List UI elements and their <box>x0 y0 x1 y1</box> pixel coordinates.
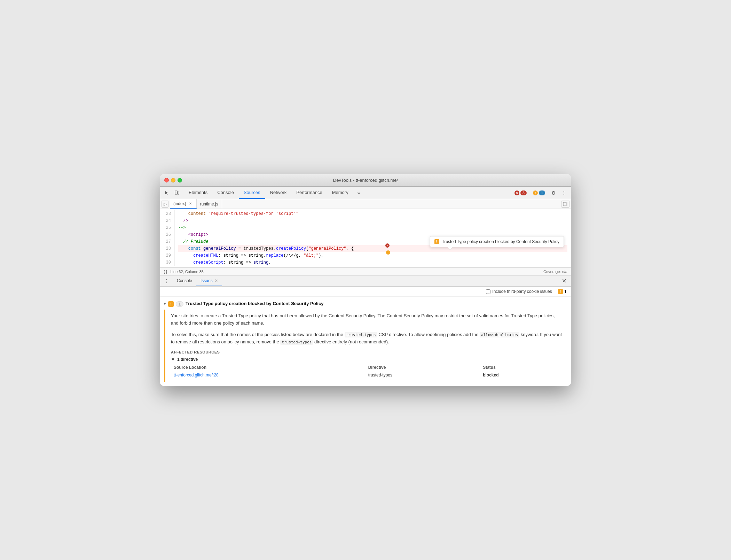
issue-type-icon: ! <box>168 301 174 307</box>
panel-tab-issues[interactable]: Issues ✕ <box>196 275 222 286</box>
resource-link[interactable]: tt-enforced.glitch.me/:28 <box>174 373 219 378</box>
main-tabs: Elements Console Sources Network Perform… <box>184 187 512 199</box>
code-area: 23 24 25 26 27 28 29 30 content="require… <box>160 209 571 267</box>
svg-rect-1 <box>178 192 179 194</box>
error-icon: ✕ <box>514 190 519 195</box>
minimize-button[interactable] <box>171 178 175 182</box>
directive-value: trusted-types <box>366 371 480 379</box>
issue-count: 1 <box>176 301 183 307</box>
error-indicator: ✕ <box>385 243 390 248</box>
code-trusted-types: trusted-types <box>345 332 377 337</box>
tab-sources[interactable]: Sources <box>239 187 265 199</box>
issue-row: ▼ ! 1 Trusted Type policy creation block… <box>160 300 571 308</box>
status-left: { } Line 62, Column 35 <box>164 270 543 274</box>
cursor-position: Line 62, Column 35 <box>170 270 203 274</box>
issues-warning-icon: ! <box>558 289 563 294</box>
warning-badge: 1 <box>539 190 545 195</box>
issues-toolbar: Include third-party cookie issues ! 1 <box>160 287 571 297</box>
devtools-icons <box>163 189 181 197</box>
error-badge: 3 <box>520 190 527 195</box>
issues-content: ▼ ! 1 Trusted Type policy creation block… <box>160 297 571 386</box>
tooltip-text: Trusted Type policy creation blocked by … <box>442 239 560 244</box>
desc2-after: directive entirely (not recommended). <box>314 339 389 344</box>
maximize-button[interactable] <box>178 178 182 182</box>
settings-button[interactable]: ⚙ <box>549 189 558 197</box>
resource-row: tt-enforced.glitch.me/:28 trusted-types … <box>171 371 563 379</box>
third-party-checkbox-label[interactable]: Include third-party cookie issues <box>486 289 552 294</box>
resource-table: Source Location Directive Status tt-enfo… <box>171 364 563 379</box>
svg-rect-3 <box>566 202 567 206</box>
devtools-header: Elements Console Sources Network Perform… <box>160 187 571 199</box>
close-button[interactable] <box>164 178 169 182</box>
cursor-icon[interactable] <box>163 189 171 197</box>
tab-elements[interactable]: Elements <box>184 187 212 199</box>
third-party-label: Include third-party cookie issues <box>492 289 552 294</box>
more-tabs-button[interactable]: » <box>355 189 363 197</box>
issue-body: Your site tries to create a Trusted Type… <box>170 312 563 379</box>
window-title: DevTools - tt-enforced.glitch.me/ <box>333 178 398 183</box>
col-source-location: Source Location <box>171 364 366 371</box>
file-tabs: ▷ (index) ✕ runtime.js <box>160 199 571 209</box>
issue-description-1: Your site tries to create a Trusted Type… <box>171 312 563 327</box>
close-index-tab[interactable]: ✕ <box>188 201 193 206</box>
code-line-23: content="require-trusted-types-for 'scri… <box>178 210 567 217</box>
warning-icon: ! <box>533 190 538 195</box>
third-party-checkbox[interactable] <box>486 289 490 294</box>
issues-warning-count: 1 <box>564 289 567 294</box>
desc2-mid1: CSP directive. To allow redefining polic… <box>378 332 478 337</box>
status-bar: { } Line 62, Column 35 Coverage: n/a <box>160 267 571 275</box>
issues-warning-badge-container: ! 1 <box>558 289 567 294</box>
issue-description-2: To solve this, make sure that the names … <box>171 331 563 346</box>
tab-memory[interactable]: Memory <box>327 187 353 199</box>
code-line-24: /> <box>178 217 567 224</box>
tab-network[interactable]: Network <box>265 187 292 199</box>
more-options-button[interactable]: ⋮ <box>560 189 568 197</box>
svg-rect-0 <box>175 191 178 194</box>
cursor-icon-status: { } <box>164 270 167 274</box>
desc2-before: To solve this, make sure that the names … <box>171 332 343 337</box>
code-allow-duplicates: allow-duplicates <box>480 332 519 337</box>
issue-chevron[interactable]: ▼ <box>163 302 167 306</box>
issue-details: Your site tries to create a Trusted Type… <box>164 310 567 381</box>
tab-performance[interactable]: Performance <box>291 187 327 199</box>
affected-resources: AFFECTED RESOURCES ▼ 1 directive Source … <box>171 350 563 379</box>
panel-menu-icon[interactable]: ⋮ <box>163 278 170 285</box>
file-tab-runtime[interactable]: runtime.js <box>197 199 222 209</box>
devtools-window: DevTools - tt-enforced.glitch.me/ Elemen… <box>160 174 571 386</box>
device-toolbar-icon[interactable] <box>173 189 181 197</box>
code-line-25: --> <box>178 224 567 231</box>
directive-chevron[interactable]: ▼ <box>171 357 175 362</box>
close-issues-tab[interactable]: ✕ <box>214 278 218 283</box>
code-trusted-types-2: trusted-types <box>280 340 313 345</box>
panel-tab-console[interactable]: Console <box>173 275 196 286</box>
directive-count: 1 directive <box>177 357 198 362</box>
title-bar: DevTools - tt-enforced.glitch.me/ <box>160 174 571 187</box>
tooltip-bubble: ! Trusted Type policy creation blocked b… <box>430 236 564 247</box>
collapse-panel-icon[interactable] <box>561 201 569 208</box>
tooltip-warning-icon: ! <box>434 239 439 244</box>
warning-indicator: ! <box>386 250 390 255</box>
issue-title: Trusted Type policy creation blocked by … <box>186 301 323 306</box>
file-tab-index[interactable]: (index) ✕ <box>170 199 197 209</box>
panel-tabs: ⋮ Console Issues ✕ ✕ <box>160 275 571 287</box>
warning-count-button[interactable]: ! 1 <box>531 190 547 196</box>
coverage-status: Coverage: n/a <box>543 270 567 274</box>
line-numbers: 23 24 25 26 27 28 29 30 <box>160 210 175 266</box>
devtools-right: ✕ 3 ! 1 ⚙ ⋮ <box>512 189 568 197</box>
bottom-panel: ⋮ Console Issues ✕ ✕ Include third-party… <box>160 275 571 386</box>
panel-right: ✕ <box>560 277 568 285</box>
file-navigator-icon[interactable]: ▷ <box>162 201 168 208</box>
affected-resources-label: AFFECTED RESOURCES <box>171 350 563 354</box>
error-count-button[interactable]: ✕ 3 <box>512 190 529 196</box>
traffic-lights <box>164 178 182 182</box>
col-status: Status <box>480 364 563 371</box>
col-directive: Directive <box>366 364 480 371</box>
close-panel-button[interactable]: ✕ <box>560 277 568 285</box>
directive-header: ▼ 1 directive <box>171 357 563 362</box>
tab-console[interactable]: Console <box>212 187 239 199</box>
status-blocked: blocked <box>480 371 563 379</box>
